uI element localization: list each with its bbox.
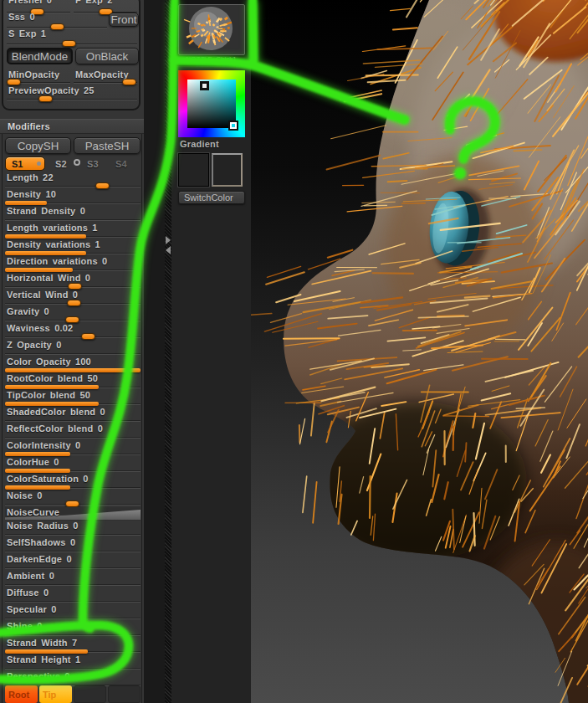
slider-strand-width[interactable]: Strand Width 7 (5, 638, 141, 654)
slider-color-opacity[interactable]: Color Opacity 100 (5, 357, 141, 373)
slider-strand-density[interactable]: Strand Density 0 (5, 206, 141, 223)
slider-track (5, 601, 141, 602)
minopacity-slider-handle[interactable] (7, 79, 21, 85)
slider-handle[interactable] (95, 182, 110, 189)
slider-label: Gravity 0 (7, 306, 49, 316)
slider-rootcolor-blend[interactable]: RootColor blend 50 (5, 373, 141, 390)
slider-horizontal-wind[interactable]: Horizontal Wind 0 (5, 273, 141, 290)
slider-noise[interactable]: Noise 0 (5, 490, 141, 507)
slider-shine[interactable]: Shine 0 (5, 621, 141, 638)
blendmode-button[interactable]: BlendMode (7, 48, 73, 64)
divider-arrow-left-icon (166, 246, 171, 254)
slider-length[interactable]: Length 22 (5, 172, 141, 189)
slider-gravity[interactable]: Gravity 0 (5, 306, 141, 323)
empty-slot-button[interactable] (74, 685, 106, 703)
slot-s4-button[interactable]: S4 (115, 159, 127, 169)
slider-label: ReflectColor blend 0 (7, 423, 103, 434)
slider-tipcolor-blend[interactable]: TipColor blend 50 (5, 390, 141, 407)
slider-label: Shine 0 (7, 621, 43, 631)
slider-diffuse[interactable]: Diffuse 0 (5, 588, 141, 604)
slider-z-opacity[interactable]: Z Opacity 0 (5, 340, 141, 357)
slider-label: Noise Radius 0 (7, 521, 79, 531)
root-button[interactable]: Root (5, 685, 38, 703)
slider-label: Noise 0 (7, 490, 43, 500)
slider-waviness[interactable]: Waviness 0.02 (5, 323, 141, 340)
slider-label: ColorIntensity 0 (7, 440, 80, 450)
slider-track (5, 551, 141, 552)
slot-s1-dot-icon (37, 162, 41, 166)
slider-strand-height[interactable]: Strand Height 1 (5, 654, 141, 671)
sss-slider-handle[interactable] (50, 23, 64, 30)
switchcolor-button[interactable]: SwitchColor (178, 191, 245, 204)
viewport-canvas[interactable] (251, 0, 588, 703)
slider-label: ColorHue 0 (7, 457, 59, 467)
slider-label: SelfShadows 0 (7, 537, 75, 547)
slider-label: Diffuse 0 (7, 588, 49, 598)
slider-density[interactable]: Density 10 (5, 189, 141, 206)
slider-selfshadows[interactable]: SelfShadows 0 (5, 537, 141, 554)
main-color-swatch[interactable] (178, 153, 209, 187)
slider-direction-variations[interactable]: Direction variations 0 (5, 256, 141, 273)
slider-specular[interactable]: Specular 0 (5, 604, 141, 621)
sexp-slider-handle[interactable] (62, 40, 76, 47)
tray-divider[interactable] (165, 0, 171, 703)
slider-fill (5, 485, 70, 490)
previewopacity-slider-label: PreviewOpacity 25 (8, 85, 95, 95)
slider-label: TipColor blend 50 (7, 390, 90, 400)
slider-label: Z Opacity 0 (7, 340, 62, 350)
pastesh-button[interactable]: PasteSH (74, 137, 141, 154)
slider-colorintensity[interactable]: ColorIntensity 0 (5, 440, 141, 457)
slider-handle[interactable] (65, 500, 79, 507)
tip-button[interactable]: Tip (39, 685, 72, 703)
slider-track (5, 668, 141, 669)
slider-handle[interactable] (81, 333, 95, 340)
slider-noisecurve[interactable]: NoiseCurve (5, 507, 141, 521)
slider-reflectcolor-blend[interactable]: ReflectColor blend 0 (5, 423, 141, 440)
slider-ambient[interactable]: Ambient 0 (5, 571, 141, 588)
slider-fill (5, 452, 70, 456)
shader-settings-group: Fresnel 0 F Exp 2 Sss 0 Front S Exp 1 Bl… (2, 0, 141, 110)
slider-fill (5, 469, 70, 473)
previewopacity-slider[interactable] (7, 99, 137, 100)
previewopacity-slider-handle[interactable] (38, 95, 53, 102)
slot-s2-button[interactable]: S2 (55, 159, 67, 169)
slider-darkenedge[interactable]: DarkenEdge 0 (5, 554, 141, 571)
slider-handle[interactable] (68, 283, 82, 290)
slider-colorsaturation[interactable]: ColorSaturation 0 (5, 474, 141, 490)
slider-label: Direction variations 0 (7, 256, 107, 266)
hue-cursor-icon[interactable] (228, 121, 238, 131)
slider-density-variations[interactable]: Density variations 1 (5, 239, 141, 256)
divider-arrow-right-icon (166, 236, 171, 244)
sss-slider-label: Sss 0 (8, 12, 35, 22)
copysh-button[interactable]: CopySH (5, 137, 71, 154)
front-button[interactable]: Front (109, 13, 139, 27)
secondary-color-swatch[interactable] (212, 153, 243, 187)
slot-s3-button[interactable]: S3 (87, 159, 99, 169)
slider-track (5, 584, 141, 585)
fresnel-slider-label: Fresnel 0 (8, 0, 52, 5)
slider-shadedcolor-blend[interactable]: ShadedColor blend 0 (5, 407, 141, 423)
slider-vertical-wind[interactable]: Vertical Wind 0 (5, 290, 141, 306)
slider-fill (5, 268, 73, 272)
slider-label: Specular 0 (7, 604, 57, 614)
onblack-button[interactable]: OnBlack (75, 48, 139, 64)
slider-track (5, 219, 141, 220)
slider-track (5, 353, 141, 354)
color-picker[interactable] (178, 70, 245, 137)
modifiers-section-header[interactable]: Modifiers (0, 119, 144, 134)
slider-label: Waviness 0.02 (7, 323, 73, 333)
slider-label: Density variations 1 (7, 239, 100, 249)
slider-noise-radius[interactable]: Noise Radius 0 (5, 521, 141, 537)
zbrush-window: Fresnel 0 F Exp 2 Sss 0 Front S Exp 1 Bl… (0, 0, 588, 703)
slider-length-variations[interactable]: Length variations 1 (5, 223, 141, 239)
slider-handle[interactable] (65, 316, 79, 323)
nozzle-thumbnail[interactable] (178, 4, 245, 55)
empty-slot-button[interactable] (108, 685, 141, 703)
nozzle-label: NOZZLE_Chick1 (171, 55, 251, 63)
slider-colorhue[interactable]: ColorHue 0 (5, 457, 141, 474)
slider-fill (5, 368, 141, 372)
sv-cursor-icon[interactable] (200, 81, 209, 90)
saturation-value-square[interactable] (187, 80, 236, 128)
slider-handle[interactable] (67, 300, 81, 306)
maxopacity-slider-handle[interactable] (122, 79, 136, 85)
